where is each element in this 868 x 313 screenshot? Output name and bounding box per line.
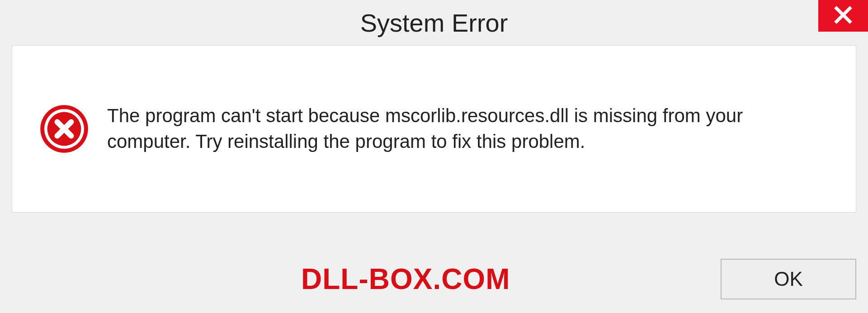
close-button[interactable] [818, 0, 868, 32]
error-icon [39, 104, 89, 154]
dialog-footer: DLL-BOX.COM OK [12, 259, 856, 299]
ok-button[interactable]: OK [721, 259, 856, 299]
watermark-text: DLL-BOX.COM [301, 262, 510, 296]
dialog-title: System Error [360, 8, 508, 38]
dialog-content: The program can't start because mscorlib… [12, 45, 856, 213]
error-message: The program can't start because mscorlib… [107, 103, 829, 154]
close-icon [833, 5, 853, 27]
titlebar: System Error [0, 0, 868, 45]
